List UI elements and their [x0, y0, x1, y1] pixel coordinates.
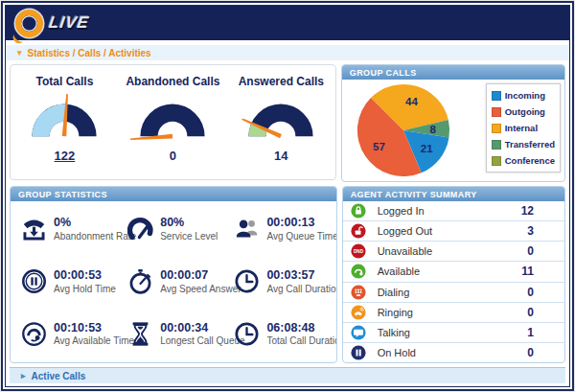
legend-item-incoming: Incoming [492, 87, 555, 104]
group-calls-panel: GROUP CALLS 4482157 Incoming Outgoing [341, 64, 565, 182]
legend-item-internal: Internal [492, 120, 555, 136]
legend-swatch [492, 156, 501, 166]
pie-chart: 4482157 [356, 82, 451, 182]
agent-row-logged-in: Logged In 12 [343, 201, 564, 221]
lock-open-icon [351, 223, 366, 239]
collapse-arrow-icon[interactable]: ▾ [17, 48, 22, 58]
expand-arrow-icon[interactable]: ▸ [21, 371, 26, 380]
group-calls-header: GROUP CALLS [342, 65, 564, 80]
legend-swatch [492, 91, 501, 101]
stat-service-level: 80%Service Level [123, 203, 229, 256]
pause-icon [351, 345, 366, 360]
breadcrumb[interactable]: ▾ Statistics / Calls / Activities [6, 45, 569, 60]
gauge-value: 0 [122, 149, 223, 163]
svg-text:44: 44 [405, 96, 418, 107]
headset-icon [351, 264, 366, 279]
gauge-answered-calls: Answered Calls 14 [230, 75, 332, 163]
svg-text:8: 8 [429, 124, 436, 135]
svg-text:57: 57 [373, 141, 385, 152]
legend-swatch [492, 140, 501, 150]
gauge-total-calls: Total Calls 122 [13, 75, 115, 163]
group-statistics-header: GROUP STATISTICS [11, 187, 336, 201]
active-calls-label: Active Calls [32, 371, 86, 381]
phone-abandoned-icon [20, 216, 47, 242]
gauge-value: 14 [230, 149, 332, 163]
agent-row-on-hold: On Hold 0 [343, 343, 564, 362]
stopwatch-icon [126, 268, 153, 295]
pause-circle-icon [20, 268, 47, 295]
legend-swatch [492, 124, 501, 133]
agent-row-ringing: Ringing 0 [343, 303, 564, 323]
stat-avg-available-time: 00:10:53Avg Available Time [16, 308, 123, 360]
headset-circle-icon [20, 321, 47, 348]
stat-avg-queue-time: 00:00:13Avg Queue Time [229, 203, 335, 256]
speech-bubble-icon [351, 325, 366, 340]
stat-avg-call-duration: 00:03:57Avg Call Duration [229, 256, 335, 309]
gauge-icon [126, 216, 153, 242]
gauge-chart [235, 90, 327, 144]
stat-abandonment-rate: 0%Abandonment Rate [16, 203, 123, 256]
agent-row-logged-out: Logged Out 3 [343, 221, 564, 242]
people-group-icon [233, 216, 260, 242]
breadcrumb-label: Statistics / Calls / Activities [28, 48, 151, 58]
app-window: LIVE ▾ Statistics / Calls / Activities T… [1, 1, 574, 391]
legend-swatch [492, 107, 501, 117]
svg-text:DND: DND [354, 250, 364, 255]
gauges-panel: Total Calls 122 Abandoned Calls 0 Answer… [10, 64, 336, 180]
dnd-icon: DND [351, 243, 366, 259]
logo-live-text: LIVE [48, 13, 91, 33]
gauge-chart [18, 90, 110, 144]
group-statistics-panel: GROUP STATISTICS 0%Abandonment Rate 80%S… [10, 186, 337, 363]
app-logo: LIVE [15, 10, 89, 37]
active-calls-section[interactable]: ▸ Active Calls [10, 367, 565, 383]
clock-icon [233, 321, 260, 348]
svg-text:21: 21 [421, 143, 433, 154]
logo-q-icon [15, 10, 43, 37]
legend-item-conference: Conference [492, 152, 555, 169]
legend-item-outgoing: Outgoing [492, 104, 555, 120]
agent-row-unavailable: DND Unavailable 0 [343, 242, 564, 262]
gauge-title: Total Calls [13, 75, 115, 88]
stat-avg-speed-answer: 00:00:07Avg Speed Answer [123, 256, 229, 309]
dialpad-icon [351, 285, 366, 300]
lock-closed-icon [351, 203, 366, 219]
top-header: LIVE [6, 6, 569, 40]
gauge-title: Abandoned Calls [122, 75, 223, 88]
pie-legend: Incoming Outgoing Internal Transferred [486, 83, 561, 173]
gauge-value: 122 [13, 149, 115, 163]
agent-row-dialing: Dialing 0 [343, 283, 564, 303]
gauge-title: Answered Calls [230, 75, 332, 88]
stat-avg-hold-time: 00:00:53Avg Hold Time [16, 256, 123, 309]
agent-row-talking: Talking 1 [343, 323, 564, 343]
hourglass-icon [126, 321, 153, 348]
agent-activity-panel: AGENT ACTIVITY SUMMARY Logged In 12 Logg… [342, 186, 565, 363]
stat-longest-call-queue: 00:00:34Longest Call Queue [123, 308, 229, 360]
stat-total-call-duration: 06:08:48Total Call Duration [229, 308, 335, 360]
legend-item-transferred: Transferred [492, 136, 555, 152]
agent-row-available: Available 11 [343, 262, 564, 282]
gauge-abandoned-calls: Abandoned Calls 0 [122, 75, 223, 163]
gauge-chart [126, 90, 218, 144]
phone-ringing-icon [351, 305, 366, 320]
clock-icon [233, 268, 260, 295]
agent-activity-header: AGENT ACTIVITY SUMMARY [343, 187, 564, 201]
